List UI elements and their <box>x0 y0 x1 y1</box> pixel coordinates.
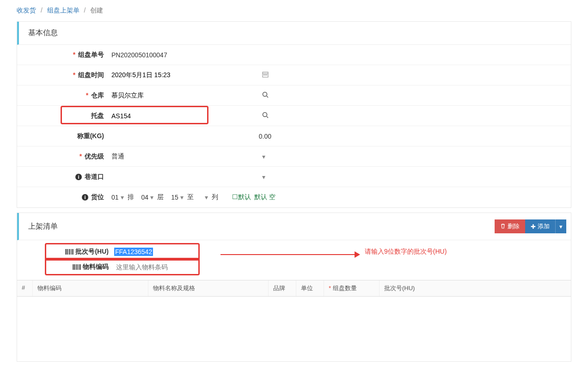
input-material[interactable] <box>114 261 193 273</box>
input-pallet-time[interactable] <box>110 70 257 81</box>
annotation-arrow <box>220 254 359 255</box>
barcode-icon <box>65 249 74 255</box>
input-warehouse[interactable] <box>110 90 257 101</box>
label-weight: 称重(KG) <box>77 132 104 140</box>
slot-tags: ☐默认 默认 空 <box>232 193 276 201</box>
col-material-name: 物料名称及规格 <box>148 280 269 296</box>
calendar-icon[interactable] <box>262 71 269 79</box>
select-lane[interactable] <box>110 175 257 179</box>
label-slot: 货位 <box>91 193 104 201</box>
breadcrumb-sep: / <box>84 6 86 14</box>
svg-point-8 <box>263 113 267 117</box>
col-brand: 品牌 <box>269 280 296 296</box>
select-slot-col[interactable]: 04▾层 <box>140 193 170 201</box>
label-material: 物料编码 <box>83 263 109 271</box>
barcode-icon <box>73 264 81 270</box>
col-num: # <box>17 280 33 296</box>
svg-rect-3 <box>263 74 264 75</box>
select-slot-row[interactable]: 01▾排 <box>110 193 140 201</box>
annotation-text: 请输入9位数字的批次号(HU) <box>365 248 447 256</box>
breadcrumb-sep: / <box>41 6 43 14</box>
add-button[interactable]: ✚添加 <box>525 219 555 233</box>
select-slot-layer[interactable]: 15▾至 <box>169 193 199 201</box>
tag-default-checkbox[interactable]: ☐默认 <box>232 193 251 201</box>
chevron-down-icon[interactable]: ▾ <box>262 153 265 160</box>
add-dropdown-button[interactable]: ▾ <box>555 219 566 233</box>
panel-shelf-list: 上架清单 删除 ✚添加 ▾ 批次号(HU) <box>17 213 571 362</box>
svg-line-9 <box>267 116 268 118</box>
label-batch: 批次号(HU) <box>75 248 109 256</box>
select-priority[interactable]: 普通 <box>110 151 257 163</box>
row-slot: i 货位 01▾排 04▾层 15▾至 ▾列 ☐默认 默认 空 <box>17 187 571 207</box>
svg-line-7 <box>267 96 268 97</box>
label-priority: 优先级 <box>85 152 104 160</box>
value-weight[interactable]: 0.00 <box>110 133 271 140</box>
delete-button[interactable]: 删除 <box>495 219 525 233</box>
input-batch-selected[interactable]: FFA1236542 <box>114 248 153 256</box>
panel-actions: 删除 ✚添加 ▾ <box>495 219 566 233</box>
trash-icon <box>500 223 506 230</box>
label-warehouse: 仓库 <box>91 91 104 99</box>
row-tray: 托盘 <box>17 106 571 126</box>
col-batch: 批次号(HU) <box>380 280 571 296</box>
breadcrumb-link-pallet[interactable]: 组盘上架单 <box>47 6 80 14</box>
grid-header: # 物料编码 物料名称及规格 品牌 单位 * 组盘数量 批次号(HU) <box>17 280 571 297</box>
breadcrumb-link-receiving[interactable]: 收发货 <box>17 6 36 14</box>
label-pallet-no: 组盘单号 <box>78 51 104 58</box>
row-priority: * 优先级 普通 ▾ <box>17 146 571 167</box>
chevron-down-icon: ▾ <box>559 223 563 230</box>
svg-point-6 <box>263 92 267 97</box>
panel-basic-info: 基本信息 * 组盘单号 PN2020050100047 * 组盘时间 * 仓库 … <box>17 21 571 208</box>
row-pallet-no: * 组盘单号 PN2020050100047 <box>17 45 571 65</box>
search-icon[interactable] <box>262 112 269 120</box>
plus-icon: ✚ <box>531 223 536 230</box>
col-unit: 单位 <box>296 280 324 296</box>
row-weight: 称重(KG) 0.00 <box>17 126 571 146</box>
breadcrumb-current: 创建 <box>90 6 103 14</box>
search-icon[interactable] <box>262 91 269 99</box>
label-lane: 巷道口 <box>85 173 104 180</box>
select-slot-cell[interactable]: ▾列 <box>199 193 224 201</box>
col-qty: * 组盘数量 <box>324 280 380 296</box>
info-icon: i <box>75 174 82 180</box>
panel-title-shelf: 上架清单 <box>28 222 58 231</box>
sub-form: 批次号(HU) FFA1236542 请输入9位数字的批次号(HU) 物料编码 <box>17 240 571 280</box>
row-lane: i 巷道口 ▾ <box>17 167 571 187</box>
chevron-down-icon[interactable]: ▾ <box>262 173 265 181</box>
info-icon: i <box>82 194 88 201</box>
svg-rect-4 <box>265 74 266 75</box>
label-pallet-time: 组盘时间 <box>78 71 104 79</box>
grid-body-empty <box>17 297 571 361</box>
col-material-code: 物料编码 <box>33 280 148 296</box>
svg-rect-5 <box>266 74 267 75</box>
tag-default-empty: 默认 空 <box>254 193 276 201</box>
row-warehouse: * 仓库 <box>17 85 571 106</box>
panel-title-basic: 基本信息 <box>17 22 571 45</box>
label-tray: 托盘 <box>91 112 104 119</box>
breadcrumb: 收发货 / 组盘上架单 / 创建 <box>0 0 588 21</box>
input-tray[interactable] <box>110 110 257 122</box>
value-pallet-no: PN2020050100047 <box>110 49 257 61</box>
row-pallet-time: * 组盘时间 <box>17 65 571 85</box>
